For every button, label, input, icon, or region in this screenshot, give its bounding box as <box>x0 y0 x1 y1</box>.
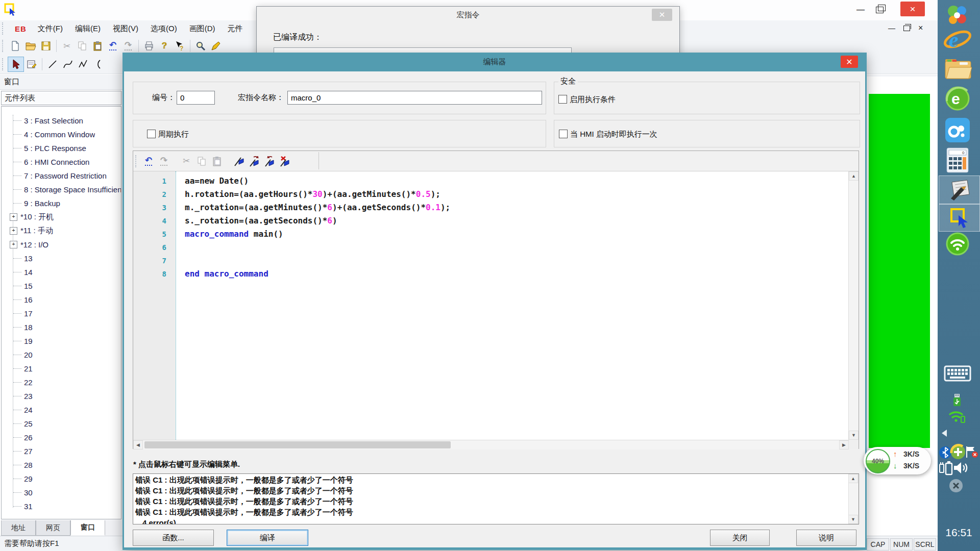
code-line[interactable]: 5macro_command main() <box>133 228 849 241</box>
tree-item[interactable]: 18 <box>2 320 121 334</box>
compile-button[interactable]: 编译 <box>227 530 308 546</box>
code-line[interactable]: 7 <box>133 254 849 267</box>
expand-plus-icon[interactable]: + <box>10 241 17 248</box>
tree-item[interactable]: 4 : Common Window <box>2 128 121 141</box>
tree-item[interactable]: 24 <box>2 403 121 417</box>
child-close-button[interactable]: × <box>918 23 923 33</box>
clear-bookmarks-icon[interactable] <box>278 154 293 168</box>
tree-item[interactable]: 16 <box>2 293 121 307</box>
baidu-cloud-icon[interactable] <box>945 117 970 143</box>
tree-item[interactable]: 30 <box>2 486 121 499</box>
code-vertical-scrollbar[interactable]: ▲ ▼ <box>848 171 859 440</box>
tree-item[interactable]: 5 : PLC Response <box>2 141 121 155</box>
copy-icon[interactable] <box>75 39 90 53</box>
undo-icon[interactable]: ↶ <box>141 154 156 168</box>
tree-item[interactable]: 25 <box>2 417 121 431</box>
tree-item[interactable]: 19 <box>2 334 121 348</box>
expand-plus-icon[interactable]: + <box>10 213 17 221</box>
menu-item-4[interactable]: 画图(D) <box>189 24 215 34</box>
paste-icon[interactable] <box>209 154 225 168</box>
tree-item[interactable]: 22 <box>2 375 121 389</box>
editor-dialog-close-icon[interactable]: ✕ <box>841 56 858 68</box>
tree-item[interactable]: 28 <box>2 458 121 472</box>
child-minimize-button[interactable]: — <box>888 24 895 32</box>
action-center-flag-icon[interactable] <box>964 445 978 459</box>
pen-icon[interactable] <box>208 39 224 53</box>
hmi-screen-canvas[interactable] <box>869 94 930 448</box>
tree-item[interactable]: 3 : Fast Selection <box>2 114 121 128</box>
open-file-icon[interactable] <box>23 39 38 53</box>
minimize-button[interactable]: — <box>856 5 865 14</box>
tree-item[interactable]: 8 : Storage Space Insufficient <box>2 183 121 196</box>
scroll-up-icon[interactable]: ▲ <box>848 474 858 483</box>
scroll-right-icon[interactable]: ▶ <box>839 440 849 449</box>
macro-id-input[interactable] <box>177 91 215 105</box>
enable-condition-checkbox[interactable] <box>558 95 567 104</box>
network-speed-widget[interactable]: 40% ↑ ↓ 3K/S 3K/S <box>864 447 931 474</box>
select-tool-icon[interactable] <box>8 57 24 72</box>
code-line[interactable]: 1aa=new Date() <box>133 174 849 188</box>
line-tool-icon[interactable] <box>45 57 60 71</box>
macro-name-input[interactable] <box>287 91 542 105</box>
tree-item[interactable]: 23 <box>2 389 121 403</box>
error-line[interactable]: 错误 C1 : 出现此项错误提示时，一般都是多了或者少了一个符号 <box>135 485 847 496</box>
tree-item[interactable]: 7 : Password Restriction <box>2 169 121 183</box>
error-list-box[interactable]: 错误 C1 : 出现此项错误提示时，一般都是多了或者少了一个符号错误 C1 : … <box>133 473 859 524</box>
find-icon[interactable] <box>193 39 208 53</box>
new-file-icon[interactable] <box>8 39 23 53</box>
tree-item[interactable]: 6 : HMI Connection <box>2 155 121 169</box>
previous-bookmark-icon[interactable] <box>262 154 278 168</box>
toggle-bookmark-icon[interactable] <box>232 154 247 168</box>
tree-item[interactable]: 17 <box>2 307 121 320</box>
tree-item[interactable]: 29 <box>2 472 121 486</box>
internet-explorer-icon[interactable]: e <box>942 26 973 54</box>
error-line[interactable]: 错误 C1 : 出现此项错误提示时，一般都是多了或者少了一个符号 <box>135 496 847 507</box>
notepad-tool-icon[interactable] <box>939 176 980 204</box>
file-explorer-icon[interactable] <box>944 56 972 81</box>
panel-tab-0[interactable]: 地址 <box>1 520 36 536</box>
free-wifi-icon[interactable] <box>945 232 970 256</box>
tree-item[interactable]: +*12 : I/O <box>2 238 121 252</box>
scroll-up-icon[interactable]: ▲ <box>849 171 859 181</box>
tree-item[interactable]: 27 <box>2 444 121 458</box>
usb-device-icon[interactable] <box>950 393 964 407</box>
restore-button[interactable] <box>876 7 884 13</box>
cut-icon[interactable]: ✂ <box>179 154 194 168</box>
tree-item[interactable]: 14 <box>2 265 121 279</box>
save-icon[interactable] <box>38 39 54 53</box>
child-restore-button[interactable] <box>903 26 910 31</box>
panel-tab-1[interactable]: 网页 <box>36 520 70 536</box>
redo-icon[interactable]: ↷ <box>120 39 136 53</box>
code-line[interactable]: 8end macro_command <box>133 267 849 281</box>
close-button[interactable]: × <box>900 2 925 16</box>
menu-item-1[interactable]: 编辑(E) <box>75 24 101 34</box>
close-button[interactable]: 关闭 <box>710 530 770 546</box>
object-properties-icon[interactable] <box>24 57 39 71</box>
tree-item[interactable]: 31 <box>2 499 121 513</box>
power-battery-icon[interactable] <box>939 460 953 477</box>
redo-icon[interactable]: ↷ <box>156 154 172 168</box>
menu-item-0[interactable]: 文件(F) <box>38 24 63 34</box>
scroll-down-icon[interactable]: ▼ <box>848 515 858 524</box>
copy-icon[interactable] <box>194 154 209 168</box>
tree-item[interactable]: 26 <box>2 431 121 444</box>
error-line[interactable]: 错误 C1 : 出现此项错误提示时，一般都是多了或者少了一个符号 <box>135 507 847 517</box>
eb-designer-icon[interactable] <box>939 204 980 232</box>
menu-item-5[interactable]: 元件 <box>228 24 243 34</box>
scrollbar-thumb[interactable] <box>144 441 451 448</box>
tree-item[interactable]: 13 <box>2 252 121 265</box>
code-area[interactable]: 1aa=new Date()2h.rotation=(aa.getHours()… <box>133 171 849 440</box>
error-line[interactable]: 错误 C1 : 出现此项错误提示时，一般都是多了或者少了一个符号 <box>135 474 847 485</box>
calculator-icon[interactable]: 0 <box>946 147 969 173</box>
touch-keyboard-icon[interactable] <box>944 363 971 384</box>
green-browser-icon[interactable]: e <box>945 86 970 111</box>
code-line[interactable]: 4s._rotation=(aa.getSeconds()*6) <box>133 214 849 228</box>
context-help-icon[interactable]: ? <box>172 39 187 53</box>
editor-dialog-titlebar[interactable]: 编辑器 <box>122 53 867 71</box>
pinwheel-logo-icon[interactable] <box>945 4 969 27</box>
menu-item-3[interactable]: 选项(O) <box>151 24 177 34</box>
menu-item-2[interactable]: 视图(V) <box>113 24 138 34</box>
macro-dialog-close-icon[interactable]: ✕ <box>652 9 672 21</box>
tree-item[interactable]: 21 <box>2 362 121 375</box>
scroll-left-icon[interactable]: ◀ <box>133 440 143 449</box>
